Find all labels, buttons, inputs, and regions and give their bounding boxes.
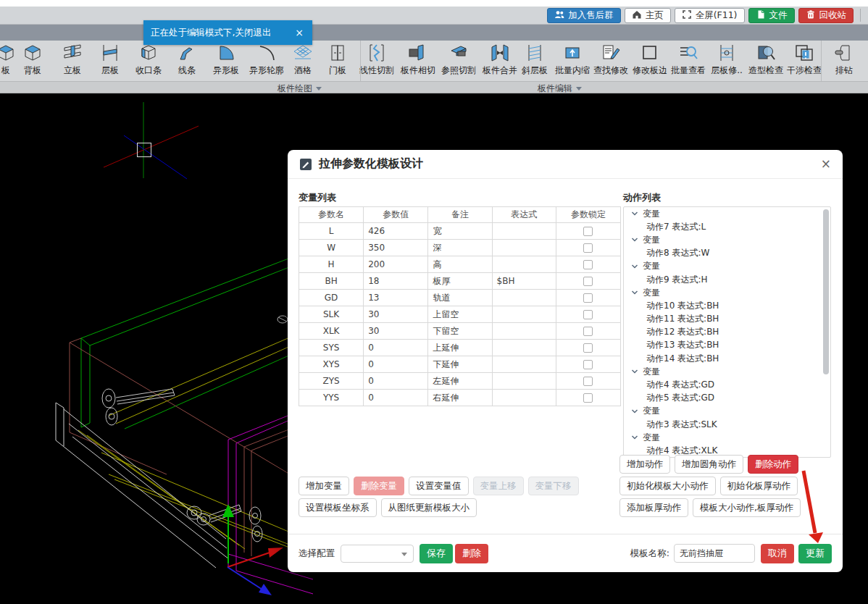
topbar-button-home[interactable]: 主页 [625, 8, 671, 23]
tree-action-node[interactable]: 动作3 表达式:SLK [624, 418, 830, 431]
table-row[interactable]: GD13轨道 [299, 290, 621, 306]
tree-action-node[interactable]: 动作5 表达式:GD [624, 392, 830, 405]
lock-checkbox[interactable] [583, 343, 593, 353]
ribbon-item-3[interactable]: 层板 [91, 41, 130, 80]
users-icon [554, 9, 564, 22]
lock-checkbox[interactable] [583, 393, 593, 403]
tree-action-node[interactable]: 动作10 表达式:BH [624, 299, 830, 312]
interfere-icon [792, 42, 817, 64]
ribbon-item-13[interactable]: 板件合并 [480, 41, 519, 80]
ribbon-item-1[interactable]: 背板 [13, 41, 52, 80]
tree-action-node[interactable]: 动作7 表达式:L [624, 220, 830, 233]
table-column-header: 参数值 [364, 207, 428, 223]
tree-action-node[interactable]: 动作11 表达式:BH [624, 313, 830, 326]
table-row[interactable]: YYS0右延伸 [299, 390, 621, 406]
ribbon-item-14[interactable]: 斜层板 [515, 41, 554, 80]
chevron-down-icon [401, 553, 407, 556]
wireframe-white-edges [56, 403, 229, 568]
ribbon-item-18[interactable]: 批量查看 [669, 41, 708, 80]
tree-variable-node[interactable]: 变量 [624, 207, 830, 220]
lock-checkbox[interactable] [583, 293, 593, 303]
table-row[interactable]: ZYS0左延伸 [299, 373, 621, 390]
template-name-input[interactable] [674, 544, 755, 563]
ribbon-item-6[interactable]: 异形板 [206, 41, 246, 80]
dialog-header: 拉伸参数化模板设计 × [288, 150, 843, 179]
ribbon-item-11[interactable]: 板件相切 [398, 41, 438, 80]
table-row[interactable]: XLK30下留空 [299, 323, 621, 340]
wireframe-green-rail [81, 249, 313, 429]
tree-variable-node[interactable]: 变量 [624, 405, 830, 418]
lock-checkbox[interactable] [583, 327, 593, 336]
ribbon-item-9[interactable]: 门板 [318, 41, 357, 80]
action-buttons-row1: 增加动作增加圆角动作删除动作 [619, 455, 798, 474]
topbar-button-file[interactable]: 文件 [748, 8, 795, 23]
save-button[interactable]: 保存 [420, 544, 453, 563]
action-button[interactable]: 添加板厚动作 [619, 498, 688, 517]
ribbon-item-2[interactable]: 立板 [53, 41, 92, 80]
tree-variable-node[interactable]: 变量 [624, 260, 830, 273]
tree-action-node[interactable]: 动作13 表达式:BH [624, 339, 830, 352]
ribbon-item-10[interactable]: 线性切割 [357, 41, 396, 80]
lock-checkbox[interactable] [583, 377, 593, 386]
dialog-close-icon[interactable]: × [821, 158, 831, 170]
table-row[interactable]: H200高 [299, 256, 621, 273]
cancel-button[interactable]: 取消 [761, 544, 794, 563]
ribbon-item-20[interactable]: 造型检查 [746, 41, 785, 80]
action-button[interactable]: 初始化板厚动作 [720, 477, 798, 495]
tree-action-node[interactable]: 动作4 表达式:GD [624, 378, 830, 391]
zigzag-icon [364, 42, 389, 64]
variable-button[interactable]: 设置变量值 [409, 477, 469, 495]
table-row[interactable]: SYS0上延伸 [299, 340, 621, 356]
tree-variable-node[interactable]: 变量 [624, 431, 830, 444]
topbar-button-trash[interactable]: 回收站 [798, 8, 854, 23]
delete-config-button[interactable]: 删除 [455, 544, 488, 563]
ribbon-item-8[interactable]: 酒格 [283, 41, 322, 80]
ribbon-item-22[interactable]: 排钻 [825, 41, 864, 80]
ribbon-item-16[interactable]: 查找修改 [591, 41, 630, 80]
lock-checkbox[interactable] [583, 227, 593, 236]
wireframe-maroon-edges [70, 338, 313, 556]
tree-variable-node[interactable]: 变量 [624, 286, 830, 299]
tree-variable-node[interactable]: 变量 [624, 365, 830, 378]
table-row[interactable]: SLK30上留空 [299, 306, 621, 323]
tree-action-node[interactable]: 动作9 表达式:H [624, 273, 830, 286]
ribbon-item-19[interactable]: 层板修.. [707, 41, 746, 80]
lock-checkbox[interactable] [583, 277, 593, 286]
config-select[interactable] [341, 545, 414, 563]
ribbon-item-21[interactable]: 干涉检查 [785, 41, 824, 80]
ribbon-item-15[interactable]: 批量内缩 [553, 41, 592, 80]
action-button[interactable]: 删除动作 [748, 455, 798, 474]
topbar-button-fullscreen[interactable]: 全屏(F11) [675, 8, 745, 23]
variable-button[interactable]: 从图纸更新模板大小 [381, 498, 477, 517]
tree-action-node[interactable]: 动作8 表达式:W [624, 247, 830, 260]
update-button[interactable]: 更新 [798, 544, 832, 563]
action-button[interactable]: 模板大小动作,板厚动作 [693, 498, 801, 517]
table-row[interactable]: W350深 [299, 240, 621, 256]
action-button[interactable]: 初始化模板大小动作 [619, 477, 716, 495]
action-button[interactable]: 增加动作 [619, 455, 670, 474]
table-row[interactable]: XYS0下延伸 [299, 356, 621, 373]
ribbon-item-7[interactable]: 异形轮廓 [247, 41, 286, 80]
ribbon-item-4[interactable]: 收口条 [129, 41, 168, 80]
table-row[interactable]: BH18板厚$BH [299, 273, 621, 290]
ribbon-item-12[interactable]: 参照切割 [439, 41, 478, 80]
action-button[interactable]: 增加圆角动作 [675, 455, 743, 474]
table-row[interactable]: L426宽 [299, 223, 621, 240]
ribbon-item-17[interactable]: 修改板边 [630, 41, 669, 80]
notification-close-icon[interactable]: × [293, 27, 305, 38]
lock-checkbox[interactable] [583, 360, 593, 369]
actions-scrollbar-thumb[interactable] [823, 209, 829, 374]
template-name-label: 模板名称: [630, 548, 669, 560]
tree-variable-node[interactable]: 变量 [624, 233, 830, 246]
lock-checkbox[interactable] [583, 260, 593, 269]
topbar-button-users[interactable]: 加入售后群 [547, 8, 621, 23]
ucs-axes [222, 504, 283, 595]
lock-checkbox[interactable] [583, 243, 593, 253]
tree-action-node[interactable]: 动作12 表达式:BH [624, 326, 830, 339]
variable-button[interactable]: 增加变量 [299, 477, 349, 495]
ribbon-item-5[interactable]: 线条 [167, 41, 206, 80]
lock-checkbox[interactable] [583, 310, 593, 319]
ribbon-group-band: 板件绘图 板件编辑 [0, 81, 868, 93]
variable-button[interactable]: 设置模板坐标系 [299, 498, 377, 517]
tree-action-node[interactable]: 动作14 表达式:BH [624, 352, 830, 365]
